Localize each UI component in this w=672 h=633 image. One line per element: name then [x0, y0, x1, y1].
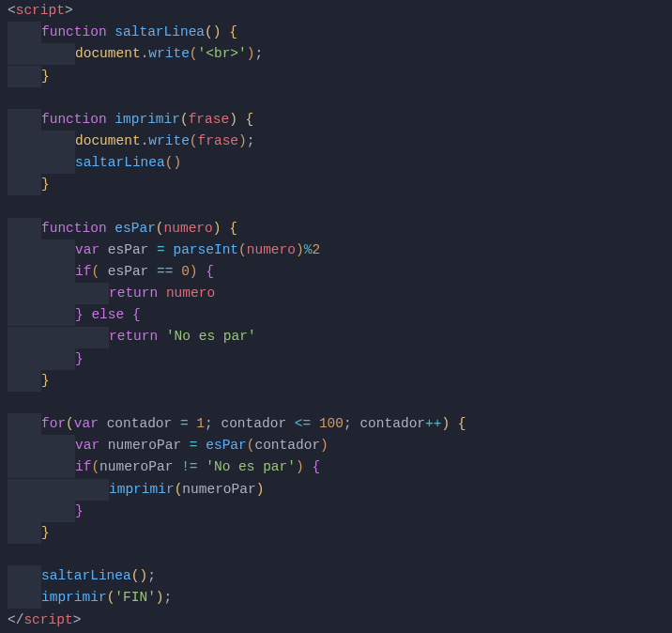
code-text: function saltarLinea() { — [41, 22, 237, 43]
code-line[interactable] — [0, 544, 672, 565]
code-line[interactable]: for(var contador = 1; contador <= 100; c… — [0, 413, 672, 435]
code-text: } — [41, 174, 50, 195]
code-line[interactable]: } — [0, 348, 672, 370]
code-line[interactable]: return 'No es par' — [0, 326, 672, 347]
code-text: <script> — [8, 0, 73, 22]
code-text: </script> — [8, 610, 81, 631]
code-text: return numero — [109, 283, 215, 304]
code-line[interactable]: var esPar = parseInt(numero)%2 — [0, 239, 672, 261]
code-line[interactable]: <script> — [0, 0, 672, 22]
code-text: } — [41, 522, 50, 544]
code-line[interactable] — [0, 87, 672, 109]
code-line[interactable]: function imprimir(frase) { — [0, 109, 672, 131]
code-text: if( esPar == 0) { — [75, 261, 214, 283]
code-line[interactable]: saltarLinea() — [0, 152, 672, 174]
code-line[interactable]: imprimir('FIN'); — [0, 587, 672, 609]
code-text: } else { — [75, 304, 141, 326]
code-line[interactable]: return numero — [0, 283, 672, 304]
code-line[interactable]: if( esPar == 0) { — [0, 261, 672, 283]
code-line[interactable] — [0, 392, 672, 413]
code-line[interactable]: function saltarLinea() { — [0, 22, 672, 43]
code-line[interactable]: </script> — [0, 610, 672, 631]
code-text: imprimir(numeroPar) — [109, 479, 264, 501]
code-text: var esPar = parseInt(numero)%2 — [75, 239, 320, 261]
code-line[interactable]: function esPar(numero) { — [0, 218, 672, 239]
code-line[interactable]: document.write('<br>'); — [0, 43, 672, 65]
code-line[interactable]: } else { — [0, 304, 672, 326]
code-line[interactable]: } — [0, 174, 672, 195]
code-text: return 'No es par' — [109, 326, 256, 347]
code-editor[interactable]: <script>function saltarLinea() {document… — [0, 0, 672, 631]
code-text: if(numeroPar != 'No es par') { — [75, 456, 320, 478]
code-text: document.write('<br>'); — [75, 43, 263, 65]
code-text: } — [41, 370, 50, 392]
code-line[interactable]: if(numeroPar != 'No es par') { — [0, 456, 672, 478]
code-line[interactable]: imprimir(numeroPar) — [0, 479, 672, 501]
code-line[interactable]: } — [0, 501, 672, 522]
code-line[interactable] — [0, 196, 672, 218]
code-line[interactable]: } — [0, 522, 672, 544]
code-line[interactable]: } — [0, 66, 672, 87]
code-text: saltarLinea(); — [41, 565, 156, 587]
code-line[interactable]: } — [0, 370, 672, 392]
code-line[interactable]: document.write(frase); — [0, 131, 672, 152]
code-text: saltarLinea() — [75, 152, 181, 174]
code-line[interactable]: var numeroPar = esPar(contador) — [0, 435, 672, 456]
code-text: for(var contador = 1; contador <= 100; c… — [41, 413, 466, 435]
code-text: } — [75, 501, 84, 522]
code-text: function esPar(numero) { — [41, 218, 237, 239]
code-text: document.write(frase); — [75, 131, 254, 152]
code-line[interactable]: saltarLinea(); — [0, 565, 672, 587]
code-text: } — [75, 348, 84, 370]
code-text: var numeroPar = esPar(contador) — [75, 435, 328, 456]
code-text: imprimir('FIN'); — [41, 587, 172, 609]
code-text: } — [41, 66, 50, 87]
code-text: function imprimir(frase) { — [41, 109, 253, 131]
